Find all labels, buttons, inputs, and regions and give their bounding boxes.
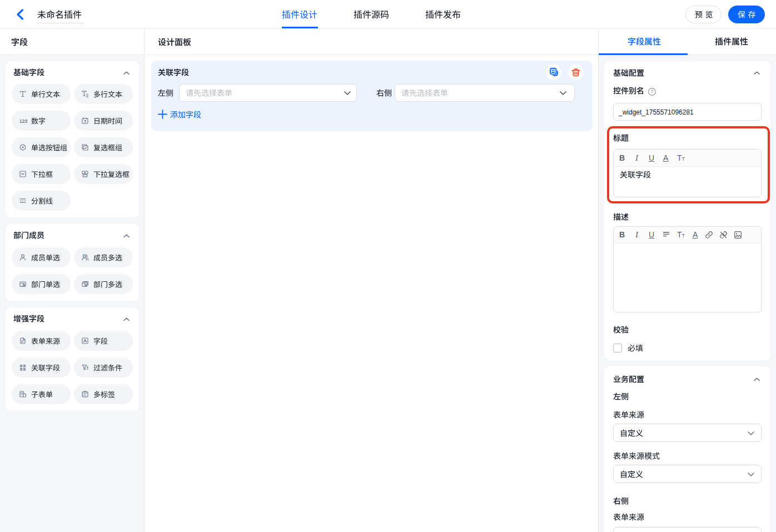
svg-text:123: 123	[19, 118, 27, 124]
svg-text:?: ?	[650, 89, 653, 95]
